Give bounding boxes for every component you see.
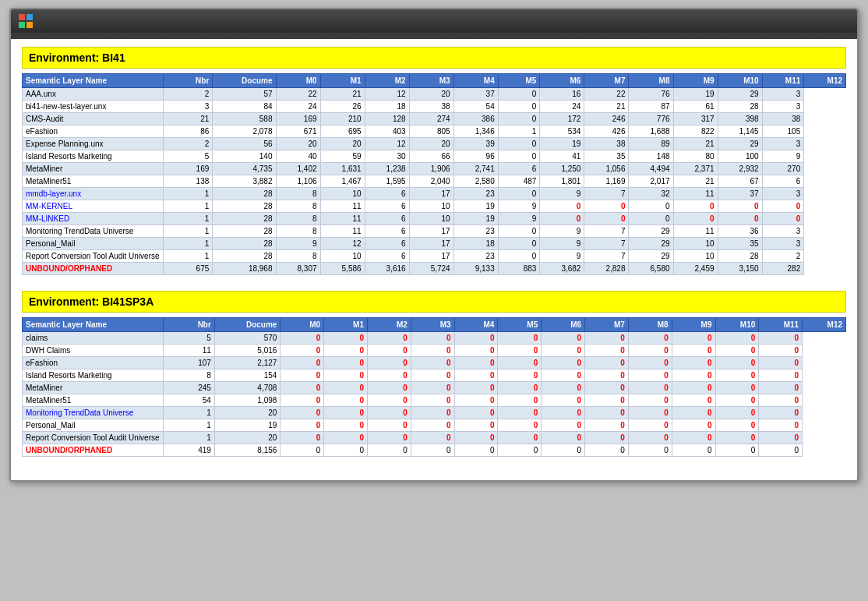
cell-bi41sp3a-6-5: 0 bbox=[411, 407, 454, 419]
cell-bi41sp3a-8-2: 0 bbox=[281, 432, 324, 444]
col-header-bi41-10: M7 bbox=[584, 74, 629, 88]
cell-bi41-13-10: 29 bbox=[629, 250, 673, 263]
logo-area bbox=[19, 14, 37, 28]
cell-bi41sp3a-6-10: 0 bbox=[628, 407, 672, 419]
cell-bi41sp3a-4-0: 245 bbox=[163, 382, 214, 394]
cell-bi41-0-8: 16 bbox=[540, 88, 584, 101]
cell-bi41-11-7: 0 bbox=[498, 225, 540, 238]
col-header-bi41sp3a-0: Semantic Layer Name bbox=[23, 318, 164, 332]
cell-bi41sp3a-1-9: 0 bbox=[585, 345, 629, 357]
row-name-bi41-8: mmdb-layer.unx bbox=[23, 188, 164, 200]
cell-bi41sp3a-4-6: 0 bbox=[454, 382, 498, 394]
cell-bi41sp3a-4-11: 0 bbox=[672, 382, 715, 394]
cell-bi41-1-8: 24 bbox=[540, 101, 584, 113]
svg-rect-1 bbox=[26, 14, 33, 20]
col-header-bi41-8: M5 bbox=[498, 74, 540, 88]
cell-bi41sp3a-5-13: 0 bbox=[759, 394, 803, 407]
cell-bi41-9-13: 0 bbox=[762, 200, 804, 213]
row-name-bi41sp3a-7: Personal_Mail bbox=[23, 419, 164, 432]
cell-bi41sp3a-8-5: 0 bbox=[411, 432, 454, 444]
cell-bi41sp3a-5-10: 0 bbox=[628, 394, 672, 407]
col-header-bi41sp3a-7: M4 bbox=[454, 318, 498, 332]
table-row: eFashion862,0786716954038051,34615344261… bbox=[23, 126, 846, 138]
cell-bi41sp3a-3-3: 0 bbox=[324, 369, 368, 382]
svg-rect-2 bbox=[19, 22, 25, 28]
cell-bi41-0-4: 12 bbox=[365, 88, 409, 101]
cell-bi41-13-13: 2 bbox=[762, 250, 804, 263]
cell-bi41-10-6: 19 bbox=[453, 213, 498, 225]
cell-bi41sp3a-0-6: 0 bbox=[454, 332, 498, 345]
cell-bi41sp3a-5-5: 0 bbox=[411, 394, 454, 407]
cell-bi41-12-4: 6 bbox=[365, 238, 409, 250]
cell-bi41sp3a-6-9: 0 bbox=[585, 407, 629, 419]
table-bi41sp3a: Semantic Layer NameNbrDocumeM0M1M2M3M4M5… bbox=[22, 317, 846, 457]
row-name-bi41-14: UNBOUND/ORPHANED bbox=[23, 263, 164, 275]
cell-bi41-14-1: 18,968 bbox=[213, 263, 276, 275]
cell-bi41sp3a-2-12: 0 bbox=[715, 357, 759, 369]
cell-bi41-5-7: 0 bbox=[498, 150, 540, 163]
cell-bi41sp3a-0-1: 570 bbox=[214, 332, 281, 345]
cell-bi41-5-10: 148 bbox=[629, 150, 673, 163]
cell-bi41sp3a-3-8: 0 bbox=[542, 369, 585, 382]
cell-bi41-0-1: 57 bbox=[213, 88, 276, 101]
cell-bi41-3-9: 426 bbox=[584, 126, 629, 138]
cell-bi41sp3a-8-11: 0 bbox=[672, 432, 715, 444]
cell-bi41-3-12: 1,145 bbox=[718, 126, 762, 138]
cell-bi41-1-4: 18 bbox=[365, 101, 409, 113]
table-row: UNBOUND/ORPHANED4198,156000000000000 bbox=[23, 444, 846, 457]
col-header-bi41sp3a-15: M12 bbox=[803, 318, 846, 332]
cell-bi41-0-13: 3 bbox=[762, 88, 804, 101]
cell-bi41-6-10: 4,494 bbox=[629, 163, 673, 175]
cell-bi41sp3a-0-5: 0 bbox=[411, 332, 454, 345]
cell-bi41-6-7: 6 bbox=[498, 163, 540, 175]
cell-bi41-3-5: 805 bbox=[409, 126, 453, 138]
row-name-bi41sp3a-2: eFashion bbox=[23, 357, 164, 369]
cell-bi41-14-13: 282 bbox=[762, 263, 804, 275]
cell-bi41-1-10: 87 bbox=[629, 101, 673, 113]
cell-bi41-7-6: 2,580 bbox=[453, 175, 498, 188]
cell-bi41-10-10: 0 bbox=[629, 213, 673, 225]
section-bi41: Environment: BI41Semantic Layer NameNbrD… bbox=[22, 47, 846, 275]
cell-bi41-2-2: 169 bbox=[276, 113, 320, 126]
cell-bi41-4-10: 89 bbox=[629, 138, 673, 150]
row-name-bi41sp3a-1: DWH Claims bbox=[23, 345, 164, 357]
cell-bi41sp3a-2-13: 0 bbox=[759, 357, 803, 369]
cell-bi41sp3a-3-10: 0 bbox=[628, 369, 672, 382]
cell-bi41-14-4: 3,616 bbox=[365, 263, 409, 275]
cell-bi41-10-2: 8 bbox=[276, 213, 320, 225]
cell-bi41-12-9: 7 bbox=[584, 238, 629, 250]
col-header-bi41-5: M2 bbox=[365, 74, 409, 88]
cell-bi41sp3a-1-3: 0 bbox=[324, 345, 368, 357]
cell-bi41-14-5: 5,724 bbox=[409, 263, 453, 275]
cell-bi41-13-11: 10 bbox=[673, 250, 718, 263]
cell-bi41sp3a-3-4: 0 bbox=[368, 369, 411, 382]
cell-bi41sp3a-9-6: 0 bbox=[454, 444, 498, 457]
cell-bi41-5-3: 59 bbox=[320, 150, 365, 163]
cell-bi41-10-1: 28 bbox=[213, 213, 276, 225]
cell-bi41-10-9: 0 bbox=[584, 213, 629, 225]
cell-bi41sp3a-2-5: 0 bbox=[411, 357, 454, 369]
cell-bi41-2-0: 21 bbox=[163, 113, 213, 126]
cell-bi41sp3a-9-7: 0 bbox=[498, 444, 542, 457]
cell-bi41sp3a-4-5: 0 bbox=[411, 382, 454, 394]
cell-bi41-3-11: 822 bbox=[673, 126, 718, 138]
row-name-bi41-5: Island Resorts Marketing bbox=[23, 150, 164, 163]
table-row: Monitoring TrendData Universe12000000000… bbox=[23, 407, 846, 419]
cell-bi41-12-8: 9 bbox=[540, 238, 584, 250]
cell-bi41-14-3: 5,586 bbox=[320, 263, 365, 275]
cell-bi41-2-10: 776 bbox=[629, 113, 673, 126]
col-header-bi41sp3a-12: M9 bbox=[672, 318, 715, 332]
table-row: MetaMiner2454,708000000000000 bbox=[23, 382, 846, 394]
cell-bi41sp3a-3-7: 0 bbox=[498, 369, 542, 382]
cell-bi41-12-0: 1 bbox=[163, 238, 213, 250]
cell-bi41-7-9: 1,169 bbox=[584, 175, 629, 188]
cell-bi41-0-10: 76 bbox=[629, 88, 673, 101]
table-row: MetaMiner1694,7351,4021,6311,2381,9062,7… bbox=[23, 163, 846, 175]
section-title-bi41: Environment: BI41 bbox=[29, 51, 125, 64]
table-row: DWH Claims115,016000000000000 bbox=[23, 345, 846, 357]
cell-bi41-2-5: 274 bbox=[409, 113, 453, 126]
cell-bi41sp3a-7-7: 0 bbox=[498, 419, 542, 432]
cell-bi41-1-6: 54 bbox=[453, 101, 498, 113]
cell-bi41-4-4: 12 bbox=[365, 138, 409, 150]
cell-bi41sp3a-4-2: 0 bbox=[281, 382, 324, 394]
